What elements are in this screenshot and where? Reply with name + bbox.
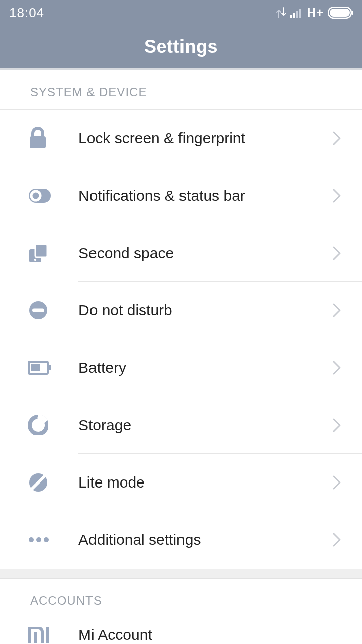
row-label: Mi Account	[78, 626, 152, 643]
svg-rect-1	[293, 13, 295, 18]
dnd-icon	[28, 300, 48, 320]
chevron-right-icon	[327, 186, 347, 206]
row-mi-account[interactable]: Mi Account	[0, 618, 362, 644]
status-time: 18:04	[9, 5, 44, 21]
section-header-system-device: SYSTEM & DEVICE	[0, 70, 362, 110]
data-arrows-icon	[276, 7, 286, 18]
row-label: Additional settings	[78, 531, 327, 548]
svg-rect-16	[31, 364, 40, 371]
svg-rect-2	[296, 11, 298, 18]
svg-point-20	[29, 537, 34, 542]
row-lite-mode[interactable]: Lite mode	[0, 454, 362, 511]
toggle-icon	[28, 188, 51, 203]
lock-icon	[28, 127, 47, 149]
svg-rect-0	[290, 15, 292, 18]
row-label: Lock screen & fingerprint	[78, 130, 327, 147]
app-header: Settings	[0, 25, 362, 68]
row-notifications-status-bar[interactable]: Notifications & status bar	[0, 167, 362, 224]
svg-rect-11	[35, 244, 47, 257]
chevron-right-icon	[327, 472, 347, 493]
signal-icon	[290, 8, 303, 18]
chevron-right-icon	[327, 415, 347, 435]
svg-point-22	[44, 537, 49, 542]
battery-icon	[28, 361, 52, 375]
svg-rect-7	[30, 136, 46, 148]
svg-rect-5	[330, 9, 350, 17]
status-bar: 18:04 H+	[0, 0, 362, 25]
second-space-icon	[28, 243, 48, 263]
svg-rect-6	[352, 11, 353, 15]
status-right: H+	[276, 6, 354, 20]
row-label: Lite mode	[78, 474, 327, 491]
lite-mode-icon	[28, 472, 48, 493]
row-label: Battery	[78, 359, 327, 376]
row-label: Do not disturb	[78, 302, 327, 319]
row-lock-screen-fingerprint[interactable]: Lock screen & fingerprint	[0, 110, 362, 167]
svg-point-12	[34, 259, 36, 261]
row-storage[interactable]: Storage	[0, 396, 362, 454]
svg-rect-17	[49, 365, 51, 370]
battery-icon	[328, 7, 354, 19]
more-dots-icon	[28, 536, 49, 543]
row-additional-settings[interactable]: Additional settings	[0, 511, 362, 569]
page-title: Settings	[144, 36, 218, 57]
row-label: Storage	[78, 417, 327, 434]
section-accounts: ACCOUNTS Mi Account	[0, 579, 362, 644]
chevron-right-icon	[327, 128, 347, 148]
chevron-right-icon	[327, 300, 347, 320]
svg-rect-14	[32, 309, 44, 312]
section-gap	[0, 569, 362, 579]
row-second-space[interactable]: Second space	[0, 224, 362, 282]
network-type: H+	[307, 6, 324, 20]
mi-logo-icon	[28, 627, 49, 643]
section-system-device: SYSTEM & DEVICE Lock screen & fingerprin…	[0, 70, 362, 569]
svg-point-9	[31, 191, 40, 200]
svg-point-21	[36, 537, 41, 542]
row-do-not-disturb[interactable]: Do not disturb	[0, 282, 362, 339]
chevron-right-icon	[327, 358, 347, 378]
row-label: Second space	[78, 245, 327, 262]
row-battery[interactable]: Battery	[0, 339, 362, 396]
svg-rect-3	[299, 9, 301, 18]
row-label: Notifications & status bar	[78, 187, 327, 204]
chevron-right-icon	[327, 243, 347, 263]
chevron-right-icon	[327, 530, 347, 550]
storage-icon	[28, 415, 48, 435]
section-header-accounts: ACCOUNTS	[0, 579, 362, 618]
